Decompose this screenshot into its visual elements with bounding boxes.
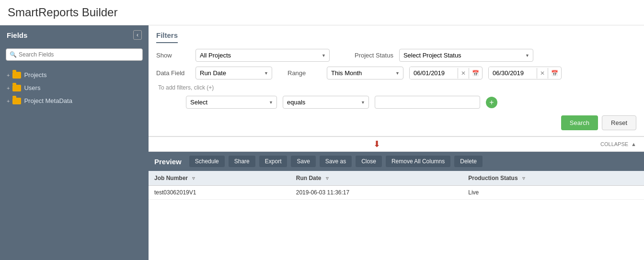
close-button[interactable]: Close	[356, 156, 382, 167]
range-select[interactable]: This Month Last Month This Week Custom	[327, 67, 403, 79]
filter-row-show: Show All Projects My Projects Active Pro…	[156, 49, 636, 62]
filter-add-row: Select equals not equals contains greate…	[156, 96, 636, 109]
col-production-status-label: Production Status	[468, 175, 518, 181]
filter-actions: Search Reset	[156, 115, 636, 130]
project-status-label: Project Status	[355, 52, 393, 59]
expand-icon-users: +	[7, 85, 10, 91]
show-label: Show	[156, 52, 190, 59]
date-from-calendar-button[interactable]: 📅	[469, 68, 482, 79]
app-title: SmartReports Builder	[0, 0, 644, 25]
sidebar-item-projectmetadata[interactable]: + Project MetaData	[0, 94, 149, 107]
filter-field-select-wrapper: Select	[186, 96, 277, 109]
collapse-bar: ⬇ COLLAPSE ▲	[149, 136, 644, 152]
add-filter-button[interactable]: +	[486, 97, 497, 108]
filters-title: Filters	[156, 31, 178, 43]
remove-all-columns-button[interactable]: Remove All Columns	[386, 156, 450, 167]
sidebar-search-container: 🔍	[0, 45, 149, 65]
project-status-select-wrapper: Select Project Status	[399, 49, 533, 62]
project-status-select[interactable]: Select Project Status	[399, 49, 533, 62]
collapse-up-button[interactable]: ▲	[631, 141, 636, 147]
sidebar-item-label-metadata: Project MetaData	[24, 97, 72, 104]
sidebar-collapse-button[interactable]: ‹	[133, 30, 142, 40]
filters-section: Filters Show All Projects My Projects Ac…	[149, 25, 644, 136]
sidebar-item-label-users: Users	[24, 84, 40, 91]
sidebar-item-projects[interactable]: + Projects	[0, 68, 149, 81]
date-to-calendar-button[interactable]: 📅	[548, 68, 561, 79]
table-row: test03062019V1 2019-06-03 11:36:17 Live	[149, 186, 644, 200]
search-icon: 🔍	[10, 51, 17, 58]
search-input[interactable]	[6, 48, 143, 61]
filter-operator-select[interactable]: equals not equals contains greater than …	[283, 96, 369, 109]
date-to-input[interactable]: 06/30/2019	[489, 67, 537, 79]
preview-section: Preview Schedule Share Export Save Save …	[149, 152, 644, 260]
preview-table-wrapper: Job Number ▿ Run Date ▿ Production Statu…	[149, 171, 644, 260]
col-run-date-filter-icon[interactable]: ▿	[326, 175, 329, 181]
expand-icon-metadata: +	[7, 98, 10, 104]
right-panel: Filters Show All Projects My Projects Ac…	[149, 25, 644, 260]
folder-icon-users	[12, 85, 21, 91]
filter-operator-select-wrapper: equals not equals contains greater than …	[283, 96, 369, 109]
preview-table: Job Number ▿ Run Date ▿ Production Statu…	[149, 171, 644, 200]
col-job-number: Job Number ▿	[149, 171, 290, 186]
date-from-wrapper: 06/01/2019 ✕ 📅	[409, 67, 483, 79]
share-button[interactable]: Share	[229, 156, 255, 167]
date-to-clear-button[interactable]: ✕	[537, 68, 548, 79]
filter-row-datafield: Data Field Run Date Created Date Modifie…	[156, 67, 636, 79]
schedule-button[interactable]: Schedule	[189, 156, 225, 167]
expand-icon-projects: +	[7, 72, 10, 78]
folder-icon-metadata	[12, 98, 21, 104]
table-header-row: Job Number ▿ Run Date ▿ Production Statu…	[149, 171, 644, 186]
preview-title: Preview	[154, 158, 182, 166]
sidebar-item-label-projects: Projects	[24, 71, 46, 79]
sidebar-title: Fields	[7, 31, 27, 39]
reset-button[interactable]: Reset	[602, 115, 636, 130]
date-from-clear-button[interactable]: ✕	[458, 68, 469, 79]
save-button[interactable]: Save	[291, 156, 315, 167]
range-select-wrapper: This Month Last Month This Week Custom	[327, 67, 403, 79]
date-from-input[interactable]: 06/01/2019	[410, 67, 458, 79]
save-as-button[interactable]: Save as	[320, 156, 352, 167]
sidebar-header: Fields ‹	[0, 25, 149, 45]
col-run-date: Run Date ▿	[290, 171, 463, 186]
cell-job-number: test03062019V1	[149, 186, 290, 200]
col-production-status: Production Status ▿	[462, 171, 644, 186]
data-field-select-wrapper: Run Date Created Date Modified Date	[196, 67, 272, 79]
data-field-label: Data Field	[156, 69, 190, 77]
folder-icon-projects	[12, 72, 21, 79]
date-to-wrapper: 06/30/2019 ✕ 📅	[488, 67, 562, 79]
cell-production-status: Live	[462, 186, 644, 200]
data-field-select[interactable]: Run Date Created Date Modified Date	[196, 67, 272, 79]
filter-hint: To add filters, click (+)	[158, 84, 636, 91]
range-label: Range	[288, 69, 321, 77]
sidebar-item-users[interactable]: + Users	[0, 81, 149, 94]
sidebar-tree: + Projects + Users + Project MetaData	[0, 65, 149, 111]
col-production-status-filter-icon[interactable]: ▿	[522, 175, 525, 181]
col-job-number-label: Job Number	[154, 175, 188, 181]
down-arrow-indicator: ⬇	[156, 139, 598, 149]
cell-run-date: 2019-06-03 11:36:17	[290, 186, 463, 200]
filter-field-select[interactable]: Select	[186, 96, 277, 109]
down-arrow-icon: ⬇	[373, 139, 380, 149]
preview-header: Preview Schedule Share Export Save Save …	[149, 152, 644, 171]
search-button[interactable]: Search	[561, 115, 598, 130]
col-run-date-label: Run Date	[296, 175, 322, 181]
export-button[interactable]: Export	[259, 156, 288, 167]
filter-value-input[interactable]	[375, 96, 480, 109]
collapse-label: COLLAPSE	[600, 141, 628, 147]
show-select-wrapper: All Projects My Projects Active Projects	[196, 49, 330, 62]
sidebar: Fields ‹ 🔍 + Projects + Users +	[0, 25, 149, 260]
delete-button[interactable]: Delete	[454, 156, 483, 167]
col-job-number-filter-icon[interactable]: ▿	[192, 175, 195, 181]
show-select[interactable]: All Projects My Projects Active Projects	[196, 49, 330, 62]
